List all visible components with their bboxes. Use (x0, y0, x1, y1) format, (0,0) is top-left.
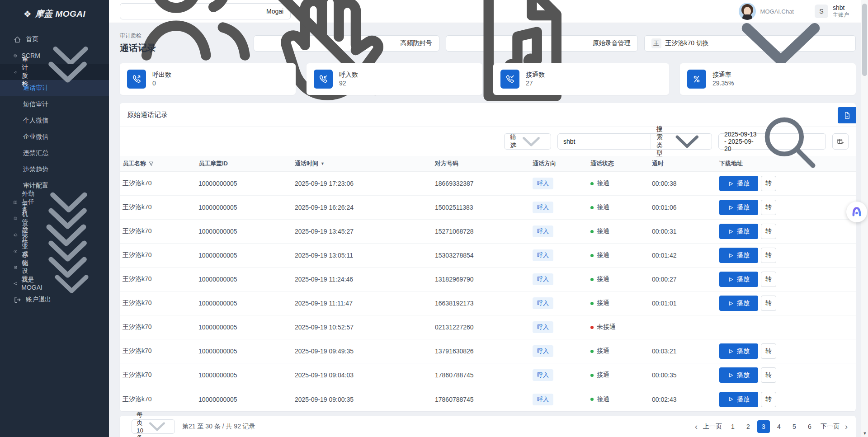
pagination-bar: 每页10条 第21 至 30 条 / 共 92 记录 ‹ 上一页 123456 … (120, 416, 856, 437)
sidebar-item-logout[interactable]: 账户退出 (0, 291, 109, 308)
page-number-2[interactable]: 2 (742, 420, 755, 433)
phone-in-icon (314, 70, 333, 89)
filter-select-label: 筛选 (510, 133, 516, 150)
stat-card-1: 呼入数92 (307, 63, 482, 95)
play-button[interactable]: 播放 (719, 248, 758, 263)
direction-badge: 呼入 (533, 394, 553, 405)
brand-logo-text: 摩盖 MOGAI (35, 8, 86, 20)
transfer-button[interactable]: 转 (761, 200, 776, 215)
cell-duration: 00:00:31 (652, 228, 719, 235)
cell-call-time: 2025-09-19 16:26:24 (295, 204, 435, 211)
status-label: 未接通 (597, 323, 616, 331)
play-button[interactable]: 播放 (719, 200, 758, 215)
cell-employee-name: 王汐洛k70 (123, 371, 198, 379)
search-input[interactable] (558, 134, 651, 149)
page-number-3[interactable]: 3 (757, 420, 770, 433)
transfer-button[interactable]: 转 (761, 272, 776, 287)
filter-funnel-icon[interactable] (148, 161, 154, 167)
cell-call-time: 2025-09-19 13:05:11 (295, 252, 435, 259)
main-area: Mogai MOGAI.Chat S shbt 主账户 (109, 0, 868, 437)
play-button[interactable]: 播放 (719, 343, 758, 359)
cell-duration: 00:02:43 (652, 396, 719, 403)
app-window: ❖ 摩盖 MOGAI 首页SCRM审计质检通话审计短信审计个人微信企业微信违禁汇… (0, 0, 868, 437)
page-number-1[interactable]: 1 (726, 420, 739, 433)
play-icon (728, 372, 734, 378)
cell-direction: 呼入 (533, 394, 590, 405)
table-row: 王汐洛k70100000000052025-09-19 16:26:241500… (120, 196, 856, 220)
status-label: 接通 (597, 179, 609, 188)
recording-mgmt-button[interactable]: 原始录音管理 (446, 35, 638, 52)
export-button[interactable] (838, 107, 856, 123)
play-button[interactable]: 播放 (719, 296, 758, 311)
cell-call-time: 2025-09-19 09:00:35 (295, 396, 435, 403)
status-label: 接通 (597, 395, 609, 404)
play-label: 播放 (737, 371, 750, 379)
page-number-6[interactable]: 6 (803, 420, 816, 433)
next-arrow-icon[interactable]: › (844, 423, 849, 431)
cell-direction: 呼入 (533, 369, 590, 381)
transfer-button[interactable]: 转 (761, 343, 776, 359)
status: 接通 (590, 251, 652, 259)
page-titles: 审计质检 通话记录 (120, 32, 156, 54)
sidebar-subitem-personal-wechat[interactable]: 个人微信 (0, 113, 109, 129)
play-label: 播放 (737, 203, 750, 211)
play-button[interactable]: 播放 (719, 367, 758, 383)
stat-card-0: 呼出数0 (120, 63, 296, 95)
prev-page-button[interactable]: 上一页 (701, 423, 724, 431)
transfer-button[interactable]: 转 (761, 392, 776, 407)
transfer-button[interactable]: 转 (761, 296, 776, 311)
avatar[interactable] (739, 3, 756, 20)
sidebar-subitem-violation-summary[interactable]: 违禁汇总 (0, 145, 109, 161)
transfer-button[interactable]: 转 (761, 224, 776, 239)
column-header-label: 通话时间 (295, 160, 318, 168)
floating-chat-button[interactable] (846, 202, 867, 222)
next-page-button[interactable]: 下一页 (819, 423, 841, 431)
transfer-button[interactable]: 转 (761, 176, 776, 191)
sidebar-item-about-mogai[interactable]: 我是MOGAI (0, 275, 109, 291)
transfer-button[interactable]: 转 (761, 367, 776, 383)
sort-desc-icon[interactable]: ▼ (321, 161, 325, 166)
date-range-picker[interactable]: 2025-09-13 - 2025-09-20 (718, 133, 826, 150)
cell-peer-number: 15303278854 (435, 252, 533, 259)
play-button[interactable]: 播放 (719, 392, 758, 407)
status-connected-dot (590, 230, 594, 233)
status-label: 接通 (597, 251, 609, 259)
stat-texts: 接通率29.35% (712, 70, 734, 88)
play-button[interactable]: 播放 (719, 176, 758, 191)
cell-status: 接通 (590, 395, 652, 404)
column-header: 通话方向 (533, 160, 590, 168)
sidebar-item-audit[interactable]: 审计质检 (0, 64, 109, 80)
page-number-4[interactable]: 4 (773, 420, 785, 433)
map-icon (14, 198, 17, 206)
scrollbar-down-arrow[interactable]: ▼ (861, 431, 868, 436)
employee-switch-button[interactable]: 王 王汐洛k70 切换 (644, 35, 856, 52)
cell-peer-number: 13791630826 (435, 348, 533, 355)
column-header[interactable]: 通话时间▼ (295, 160, 435, 168)
page-size-select[interactable]: 每页10条 (132, 419, 175, 434)
scrollbar-thumb[interactable] (862, 4, 867, 76)
cell-employee-name: 王汐洛k70 (123, 299, 198, 307)
employee-switch-label: 王汐洛k70 切换 (665, 39, 709, 47)
date-range-value: 2025-09-13 - 2025-09-20 (724, 131, 757, 152)
play-button[interactable]: 播放 (719, 224, 758, 239)
filter-select[interactable]: 筛选 (504, 133, 551, 150)
sidebar: ❖ 摩盖 MOGAI 首页SCRM审计质检通话审计短信审计个人微信企业微信违禁汇… (0, 0, 109, 437)
play-button[interactable]: 播放 (719, 272, 758, 287)
column-header[interactable]: 员工名称 (123, 160, 198, 168)
column-settings-button[interactable] (832, 133, 849, 150)
stat-card-2: 接通数27 (493, 63, 669, 95)
avatar-body (742, 14, 752, 20)
table-row: 王汐洛k70100000000052025-09-19 09:49:351379… (120, 339, 856, 363)
play-icon (728, 396, 734, 402)
transfer-button[interactable]: 转 (761, 248, 776, 263)
anti-block-button[interactable]: 高频防封号 (254, 35, 439, 52)
search-type-select[interactable]: 搜索类型 (651, 134, 712, 149)
sidebar-subitem-work-wechat[interactable]: 企业微信 (0, 129, 109, 145)
stat-value: 29.35% (712, 79, 734, 88)
page-number-5[interactable]: 5 (788, 420, 801, 433)
chevron-down-icon (516, 127, 546, 156)
play-label: 播放 (737, 275, 750, 283)
cell-direction: 呼入 (533, 202, 590, 213)
status: 接通 (590, 203, 652, 211)
prev-arrow-icon[interactable]: ‹ (694, 423, 698, 431)
